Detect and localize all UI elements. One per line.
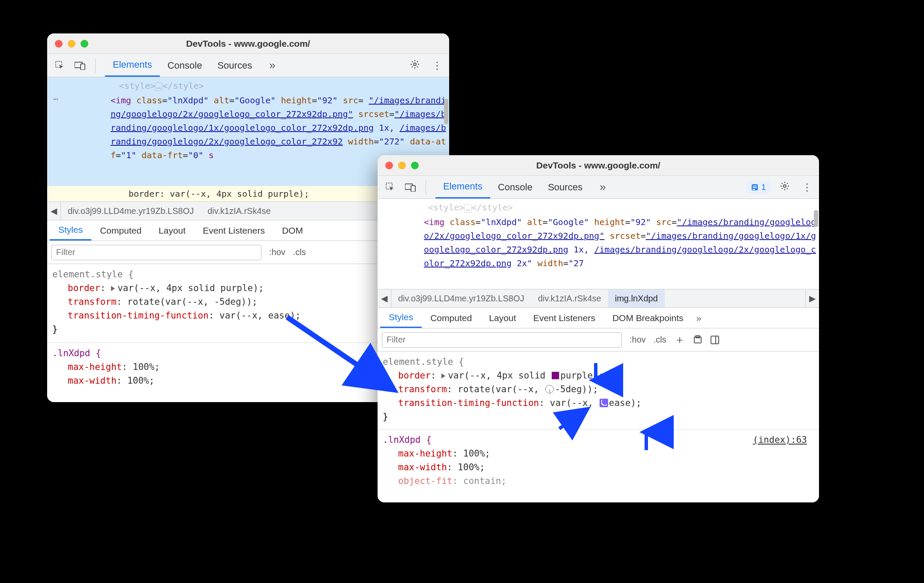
styles-subtabs: Styles Computed Layout Event Listeners D… [378,308,819,328]
hov-toggle[interactable]: :hov [269,247,285,257]
main-toolbar: Elements Console Sources » ⋮ [47,54,449,77]
hov-toggle[interactable]: :hov [630,335,646,345]
dom-node-img[interactable]: <img class="lnXdpd" alt="Google" height=… [381,215,819,270]
close-brace: } [383,410,814,424]
cls-toggle[interactable]: .cls [293,247,306,257]
main-toolbar: Elements Console Sources » 1 ⋮ [378,176,819,199]
breadcrumb-left-icon[interactable]: ◀ [47,202,61,220]
subtab-dom-breakpoints[interactable]: DOM Breakpoints [604,308,692,328]
computed-sidebar-icon[interactable] [710,335,720,345]
crumb-div-1[interactable]: div.o3j99.LLD4me.yr19Zb.LS8OJ [391,289,531,307]
color-swatch-icon[interactable] [552,372,559,379]
subtab-event-listeners[interactable]: Event Listeners [525,308,604,328]
dom-tree[interactable]: <style>…</style> <img class="lnXdpd" alt… [378,199,819,289]
tab-console[interactable]: Console [490,176,540,198]
window-title: DevTools - www.google.com/ [378,160,819,171]
svg-rect-2 [81,64,85,70]
dom-node-style: <style>…</style> [51,79,449,93]
subtab-layout[interactable]: Layout [150,220,194,240]
svg-line-16 [287,317,394,390]
breadcrumb-right-icon[interactable]: ▶ [805,289,819,307]
minimize-icon[interactable] [398,162,406,169]
angle-swatch-icon[interactable] [545,385,554,394]
svg-point-3 [414,63,416,66]
svg-rect-6 [411,186,415,192]
device-toggle-icon[interactable] [75,61,86,70]
dom-node-img[interactable]: <img class="lnXdpd" alt="Google" height=… [51,93,449,162]
svg-rect-9 [753,187,757,188]
subtab-computed[interactable]: Computed [422,308,480,328]
subtab-layout[interactable]: Layout [480,308,525,328]
tab-elements[interactable]: Elements [435,176,490,198]
crumb-div-2[interactable]: div.k1zIA.rSk4se [201,202,277,220]
more-tabs-icon[interactable]: » [600,180,606,194]
issues-count: 1 [761,183,766,192]
zoom-icon[interactable] [411,162,419,169]
subtab-computed[interactable]: Computed [91,220,150,240]
breadcrumb: ◀ div.o3j99.LLD4me.yr19Zb.LS8OJ div.k1zI… [378,289,819,308]
gear-icon[interactable] [410,59,420,72]
more-tabs-icon[interactable]: » [269,59,275,72]
subtab-styles[interactable]: Styles [50,220,91,240]
zoom-icon[interactable] [81,40,88,48]
subtab-dom[interactable]: DOM [273,220,312,240]
bezier-swatch-icon[interactable] [600,399,608,407]
svg-line-18 [559,411,585,429]
decl-max-height[interactable]: max-height: 100%; [383,447,814,460]
scrollbar[interactable] [444,99,448,124]
close-icon[interactable] [385,162,393,169]
svg-point-11 [783,185,786,187]
new-style-rule-icon[interactable]: ＋ [674,332,685,347]
divider [95,58,96,73]
breadcrumb-left-icon[interactable]: ◀ [378,289,391,307]
inspect-icon[interactable] [385,182,396,192]
traffic-lights [55,40,88,48]
annotation-arrow-diag-2 [557,407,591,435]
devtools-window-right: DevTools - www.google.com/ Elements Cons… [378,155,819,502]
decl-object-fit[interactable]: object-fit: contain; [383,474,814,488]
tab-elements[interactable]: Elements [105,54,160,77]
decl-max-width[interactable]: max-width: 100%; [383,460,814,474]
close-icon[interactable] [55,40,63,48]
panel-tabs: Elements Console Sources [105,54,260,77]
tab-console[interactable]: Console [160,54,210,77]
crumb-div-1[interactable]: div.o3j99.LLD4me.yr19Zb.LS8OJ [61,202,201,220]
kebab-icon[interactable]: ⋮ [799,181,815,193]
annotation-arrow-main [283,313,407,405]
more-subtabs-icon[interactable]: » [692,308,706,328]
dom-node-style: <style>…</style> [381,201,819,215]
crumb-img[interactable]: img.lnXdpd [608,289,665,307]
inspect-icon[interactable] [55,60,65,71]
device-toggle-icon[interactable] [405,183,416,192]
titlebar: DevTools - www.google.com/ [47,33,449,54]
panel-tabs: Elements Console Sources [435,176,590,198]
expand-shorthand-icon[interactable] [441,373,445,379]
filter-input[interactable] [51,245,261,260]
expand-shorthand-icon[interactable] [111,286,115,291]
annotation-arrow-up-3 [640,429,653,454]
annotation-arrow-down-1 [589,362,602,388]
titlebar: DevTools - www.google.com/ [378,155,819,176]
crumb-div-2[interactable]: div.k1zIA.rSk4se [531,289,608,307]
tab-sources[interactable]: Sources [540,176,590,198]
minimize-icon[interactable] [68,40,75,48]
subtab-event-listeners[interactable]: Event Listeners [194,220,273,240]
svg-rect-14 [711,336,719,344]
svg-rect-8 [753,186,757,186]
issues-badge[interactable]: 1 [747,181,770,193]
rule-lnxdpd: .lnXdpd { (index):63 [383,433,814,447]
source-link[interactable]: (index):63 [753,433,807,447]
style-history-icon[interactable] [693,335,702,345]
traffic-lights [385,162,419,169]
divider [426,180,426,195]
kebab-icon[interactable]: ⋮ [429,60,445,72]
decl-ttf[interactable]: transition-timing-function: var(--x, eas… [383,396,814,410]
cls-toggle[interactable]: .cls [654,335,666,345]
filter-input[interactable] [382,332,622,348]
svg-rect-10 [753,189,755,190]
scrollbar[interactable] [814,210,818,227]
gear-icon[interactable] [780,181,790,194]
styles-filter-row: :hov .cls ＋ [378,328,819,352]
window-title: DevTools - www.google.com/ [47,39,449,49]
tab-sources[interactable]: Sources [210,54,260,77]
